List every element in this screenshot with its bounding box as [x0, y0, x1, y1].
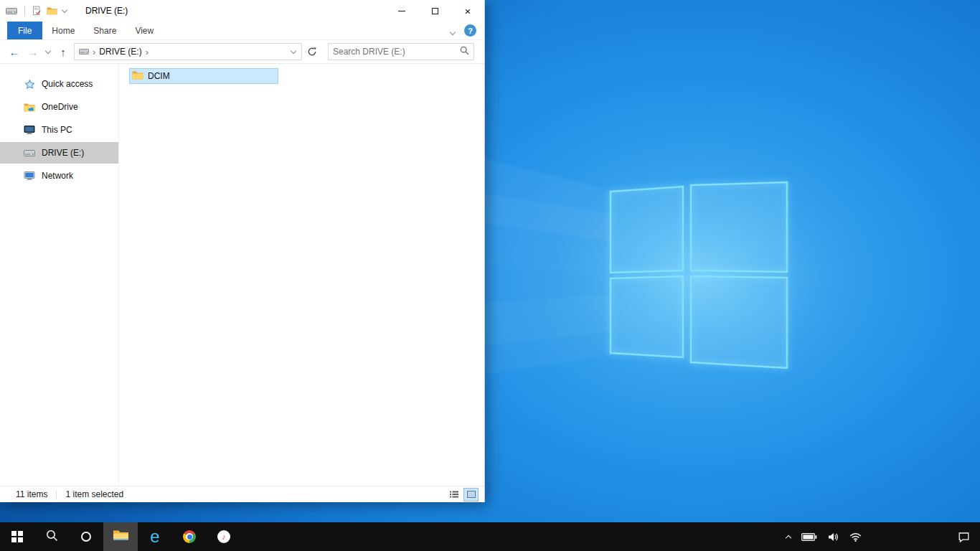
sidebar-item-label: OneDrive	[42, 102, 78, 112]
internet-explorer-button[interactable]: e	[138, 522, 172, 551]
sidebar-item-label: DRIVE (E:)	[42, 148, 84, 158]
chrome-icon	[183, 530, 196, 543]
search-icon	[46, 529, 58, 545]
customize-toolbar-chevron-icon[interactable]	[62, 10, 67, 12]
large-icons-view-button[interactable]	[463, 488, 479, 501]
network-icon	[24, 171, 35, 181]
screen: DRIVE (E:) × File Home Share View ? ← → …	[0, 0, 980, 551]
search-icon[interactable]	[460, 45, 469, 58]
onedrive-folder-icon	[24, 103, 35, 112]
file-explorer-window: DRIVE (E:) × File Home Share View ? ← → …	[0, 0, 485, 502]
file-explorer-icon	[113, 529, 129, 545]
caption-buttons: ×	[385, 0, 484, 22]
star-icon	[24, 79, 35, 90]
file-item-label: DCIM	[148, 71, 170, 81]
drive-icon[interactable]	[6, 7, 17, 15]
search-box[interactable]	[328, 43, 474, 60]
system-tray	[786, 522, 980, 551]
up-button[interactable]: ↑	[54, 42, 72, 61]
folder-icon	[132, 70, 143, 82]
cortana-icon	[81, 532, 91, 542]
new-folder-icon[interactable]	[47, 6, 57, 15]
file-item-dcim[interactable]: DCIM	[129, 68, 278, 84]
quick-access-toolbar	[6, 6, 67, 16]
breadcrumb-separator: ›	[93, 47, 95, 57]
drive-icon	[24, 149, 35, 157]
properties-icon[interactable]	[32, 6, 42, 16]
minimize-icon	[398, 11, 405, 11]
maximize-icon	[432, 8, 438, 14]
show-hidden-icons-chevron-icon[interactable]	[786, 534, 791, 540]
help-button[interactable]: ?	[464, 24, 476, 37]
cortana-button[interactable]	[69, 522, 103, 551]
search-input[interactable]	[333, 47, 460, 57]
maximize-button[interactable]	[418, 0, 451, 22]
navigation-pane: Quick access OneDrive This PC	[0, 64, 119, 486]
ribbon-collapse-chevron-icon[interactable]	[451, 24, 455, 37]
windows-logo-icon	[11, 531, 23, 542]
sidebar-item-network[interactable]: Network	[0, 165, 118, 187]
internet-explorer-icon: e	[150, 528, 159, 545]
tab-share[interactable]: Share	[84, 22, 126, 39]
taskbar: e ♪	[0, 522, 980, 551]
titlebar[interactable]: DRIVE (E:) ×	[0, 0, 484, 22]
status-separator	[56, 490, 57, 499]
back-button[interactable]: ←	[5, 42, 24, 61]
sidebar-item-label: Network	[42, 171, 73, 181]
taskbar-search-button[interactable]	[34, 522, 69, 551]
toolbar-separator	[24, 6, 25, 16]
itunes-button[interactable]: ♪	[207, 522, 241, 551]
action-center-icon[interactable]	[958, 532, 970, 542]
close-button[interactable]: ×	[451, 0, 484, 22]
forward-button[interactable]: →	[24, 42, 42, 61]
tab-home[interactable]: Home	[42, 22, 84, 39]
breadcrumb-separator: ›	[146, 47, 149, 57]
ribbon-tab-bar: File Home Share View ?	[0, 22, 484, 40]
drive-icon	[79, 48, 89, 55]
minimize-button[interactable]	[385, 0, 418, 22]
items-count: 11 items	[16, 489, 47, 499]
file-explorer-taskbar-button[interactable]	[103, 522, 138, 551]
sidebar-item-quick-access[interactable]: Quick access	[0, 73, 118, 95]
address-dropdown-chevron-icon[interactable]	[286, 44, 301, 60]
address-bar[interactable]: › DRIVE (E:) ›	[74, 43, 302, 60]
sidebar-item-drive-e[interactable]: DRIVE (E:)	[0, 142, 118, 164]
file-list-area[interactable]: DCIM	[119, 64, 484, 486]
battery-icon[interactable]	[801, 533, 817, 541]
status-bar: 11 items 1 item selected	[0, 486, 484, 502]
refresh-icon[interactable]	[303, 43, 321, 60]
selection-count: 1 item selected	[65, 489, 123, 499]
navigation-bar: ← → ↑ › DRIVE (E:) ›	[0, 40, 484, 64]
sidebar-item-label: This PC	[42, 125, 72, 135]
breadcrumb-drive[interactable]: DRIVE (E:)	[99, 47, 141, 57]
computer-icon	[24, 125, 35, 135]
itunes-icon: ♪	[217, 530, 230, 543]
sidebar-item-this-pc[interactable]: This PC	[0, 119, 118, 141]
window-title: DRIVE (E:)	[85, 6, 128, 16]
start-button[interactable]	[0, 522, 34, 551]
volume-icon[interactable]	[828, 532, 839, 542]
recent-locations-chevron-icon[interactable]	[42, 42, 54, 61]
chrome-button[interactable]	[172, 522, 207, 551]
tab-view[interactable]: View	[126, 22, 163, 39]
tab-file[interactable]: File	[7, 22, 42, 39]
sidebar-item-label: Quick access	[42, 79, 93, 89]
wifi-icon[interactable]	[849, 532, 862, 542]
sidebar-item-onedrive[interactable]: OneDrive	[0, 96, 118, 118]
details-view-button[interactable]	[446, 488, 461, 501]
